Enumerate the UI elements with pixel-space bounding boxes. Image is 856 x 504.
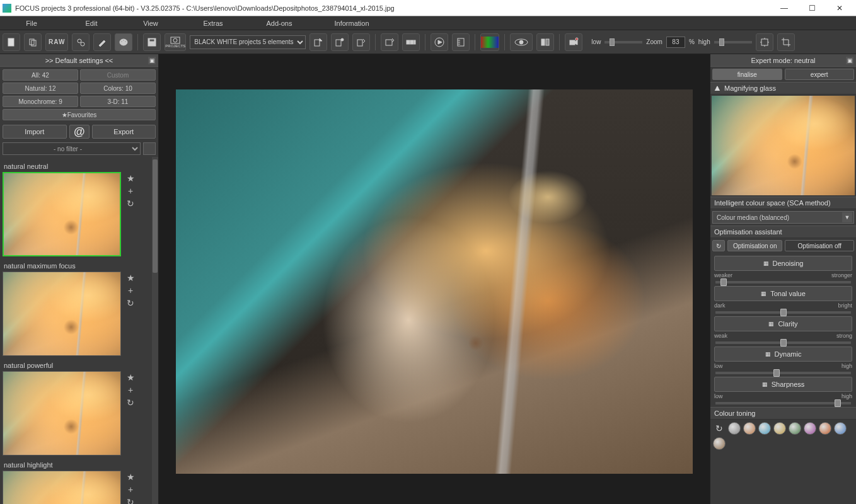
maximize-button[interactable]: ☐ <box>798 1 826 15</box>
export-icon-1[interactable] <box>309 33 327 51</box>
zoom-slider-high[interactable] <box>714 41 752 43</box>
zoom-input[interactable] <box>666 37 685 48</box>
new-doc-icon[interactable] <box>3 33 20 51</box>
tone-swatch[interactable] <box>819 422 831 435</box>
crop-icon[interactable] <box>777 33 795 51</box>
svg-rect-20 <box>414 40 415 44</box>
window-title: FOCUS projects 3 professional (64-bit) -… <box>15 4 770 12</box>
menu-information[interactable]: Information <box>314 16 390 30</box>
gears-icon[interactable] <box>72 33 90 51</box>
collapse-icon[interactable]: ▣ <box>846 57 853 64</box>
filter-custom[interactable]: Custom <box>80 69 156 81</box>
svg-rect-32 <box>761 39 768 45</box>
import-button[interactable]: Import <box>3 125 67 139</box>
slider-dynamic[interactable] <box>715 372 851 374</box>
save-icon[interactable] <box>143 33 161 51</box>
tone-swatch[interactable] <box>728 422 741 435</box>
filter-natural[interactable]: Natural: 12 <box>3 83 78 94</box>
filter-colors[interactable]: Colors: 10 <box>80 83 156 94</box>
record-icon[interactable] <box>565 33 582 51</box>
palette-icon[interactable] <box>115 33 132 51</box>
tone-swatch[interactable] <box>804 422 816 435</box>
scrollbar[interactable] <box>152 157 158 504</box>
star-icon[interactable]: ★ <box>127 372 135 382</box>
star-icon[interactable]: ★ <box>127 472 135 482</box>
filter-all[interactable]: All: 42 <box>3 69 78 81</box>
eye-icon[interactable] <box>510 33 533 51</box>
ruler-icon[interactable] <box>452 33 470 51</box>
slider-tonal-value-button[interactable]: ▦ Tonal value <box>714 286 852 301</box>
canvas-area[interactable] <box>159 54 710 504</box>
at-button[interactable]: @ <box>69 125 90 139</box>
tab-expert[interactable]: expert <box>785 69 855 80</box>
plus-icon[interactable]: + <box>128 484 133 495</box>
plus-icon[interactable]: + <box>128 385 133 395</box>
tab-finalise[interactable]: finalise <box>712 69 782 80</box>
optimisation-off-button[interactable]: Optimisation off <box>785 240 854 251</box>
menu-file[interactable]: File <box>0 16 63 30</box>
toning-refresh-icon[interactable]: ↻ <box>713 422 726 435</box>
optimisation-on-button[interactable]: Optimisation on <box>727 240 782 251</box>
export-icon-2[interactable] <box>331 33 349 51</box>
preset-thumbnail[interactable] <box>3 272 121 356</box>
tone-swatch[interactable] <box>773 422 786 435</box>
optimisation-header: Optimisation assistant <box>710 226 856 238</box>
batch-icon[interactable] <box>402 33 420 51</box>
collapse-icon[interactable]: ▣ <box>148 57 156 64</box>
refresh-icon[interactable]: ↻ <box>127 198 134 209</box>
slider-dynamic-button[interactable]: ▦ Dynamic <box>714 346 852 362</box>
refresh-icon[interactable]: ↻ <box>127 298 134 308</box>
star-icon[interactable]: ★ <box>127 273 135 283</box>
star-icon[interactable]: ★ <box>127 173 135 183</box>
tone-swatch[interactable] <box>789 422 801 435</box>
plus-icon[interactable]: + <box>128 285 133 295</box>
sca-dropdown[interactable]: Colour median (balanced)▼ <box>712 211 854 224</box>
filter-monochrome[interactable]: Monochrome: 9 <box>3 96 78 107</box>
tone-swatch[interactable] <box>743 422 756 435</box>
fit-icon[interactable] <box>756 33 773 51</box>
menu-edit[interactable]: Edit <box>63 16 120 30</box>
close-button[interactable]: ✕ <box>826 1 853 15</box>
raw-button[interactable]: RAW <box>45 33 68 51</box>
minimize-button[interactable]: — <box>770 1 798 15</box>
preset-thumbnail[interactable] <box>3 172 121 256</box>
export-icon-3[interactable] <box>352 33 370 51</box>
play-icon[interactable] <box>431 33 448 51</box>
compare-icon[interactable] <box>536 33 554 51</box>
projects-icon[interactable]: PROJECTS <box>165 33 186 51</box>
filter-dropdown[interactable]: - no filter - <box>3 142 141 155</box>
copy-icon[interactable] <box>24 33 42 51</box>
slider-tonal-value[interactable] <box>715 311 851 314</box>
presets-list[interactable]: natural neutral ★ + ↻ natural maximum fo… <box>0 157 158 504</box>
refresh-icon[interactable]: ↻ <box>127 497 134 504</box>
magnifying-header[interactable]: ⯅Magnifying glass <box>710 82 856 94</box>
slider-denoising-button[interactable]: ▦ Denoising <box>714 256 852 271</box>
tone-swatch[interactable] <box>758 422 771 435</box>
tone-swatch[interactable] <box>834 422 847 435</box>
slider-clarity[interactable] <box>715 341 851 344</box>
slider-clarity-button[interactable]: ▦ Clarity <box>714 316 852 331</box>
filter-favourites[interactable]: ★ Favourites <box>3 109 156 120</box>
zoom-slider-low[interactable] <box>604 41 642 43</box>
plus-icon[interactable]: + <box>128 186 133 196</box>
filter-3d[interactable]: 3-D: 11 <box>80 96 156 107</box>
menu-view[interactable]: View <box>120 16 182 30</box>
export-button[interactable]: Export <box>92 125 156 139</box>
tone-swatch[interactable] <box>713 437 726 450</box>
filter-menu-icon[interactable] <box>143 142 156 155</box>
histogram-icon[interactable] <box>480 33 499 51</box>
brush-icon[interactable] <box>93 33 111 51</box>
left-panel: >> Default settings << ▣ All: 42 Custom … <box>0 54 159 504</box>
menu-addons[interactable]: Add-ons <box>245 16 314 30</box>
undo-icon[interactable] <box>381 33 398 51</box>
slider-denoising[interactable] <box>715 281 851 284</box>
slider-sharpness-button[interactable]: ▦ Sharpness <box>714 377 852 392</box>
magnifier-preview[interactable] <box>712 96 855 195</box>
slider-sharpness[interactable] <box>715 402 851 404</box>
preset-thumbnail[interactable] <box>3 471 121 504</box>
preset-dropdown[interactable]: BLACK WHITE projects 5 elements <box>190 35 306 49</box>
refresh-icon[interactable]: ↻ <box>712 240 725 251</box>
refresh-icon[interactable]: ↻ <box>127 398 134 408</box>
menu-extras[interactable]: Extras <box>182 16 245 30</box>
preset-thumbnail[interactable] <box>3 371 121 455</box>
